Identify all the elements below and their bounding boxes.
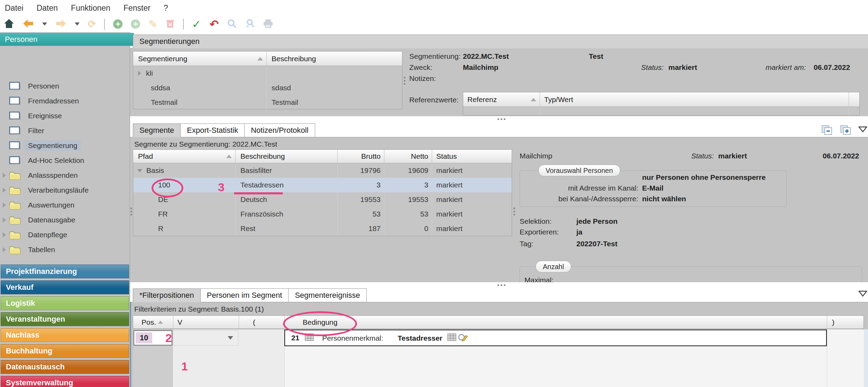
vertical-splitter-handle[interactable] (130, 208, 132, 209)
verknuepfung-combobox[interactable] (173, 330, 238, 345)
horizontal-splitter-handle[interactable] (497, 118, 499, 120)
expand-icon[interactable] (3, 232, 6, 237)
column-header-beschreibung[interactable]: Beschreibung (267, 52, 402, 66)
tab-segmentierungen[interactable]: Segmentierungen (133, 35, 868, 48)
column-header-pos[interactable]: Pos. (133, 316, 173, 329)
menu-funktionen[interactable]: Funktionen (71, 3, 110, 13)
column-header-segmentierung[interactable]: Segmentierung (133, 52, 267, 66)
column-header-pfad[interactable]: Pfad (133, 150, 236, 163)
sidebar-item-anlassspenden[interactable]: Anlassspenden (0, 168, 130, 183)
tab-notizen-protokoll[interactable]: Notizen/Protokoll (244, 123, 315, 137)
module-projektfinanzierung[interactable]: Projektfinanzierung (1, 265, 129, 278)
expand-icon[interactable] (3, 203, 6, 208)
back-icon[interactable] (23, 19, 34, 29)
confirm-icon[interactable]: ✓ (192, 19, 201, 30)
tab-export-statistik[interactable]: Export-Statistik (180, 123, 245, 137)
column-header-beschreibung[interactable]: Beschreibung (236, 150, 338, 163)
tab-personen-im-segment[interactable]: Personen im Segment (200, 288, 289, 302)
pos-value[interactable]: 10 (136, 332, 152, 343)
sidebar-item-verarbeitungslaeufe[interactable]: Verarbeitungsläufe (0, 183, 130, 197)
table-row[interactable]: Testmail Testmail (133, 95, 402, 110)
column-header-status[interactable]: Status (432, 150, 512, 163)
column-header-typ-wert[interactable]: Typ/Wert (540, 92, 849, 107)
sidebar-item-filter[interactable]: Filter (0, 123, 130, 138)
segment-row-de[interactable]: DE Deutsch 19553 19553 markiert (133, 192, 512, 207)
segment-row-r[interactable]: R Rest 187 0 markiert (133, 221, 512, 236)
column-header-referenz[interactable]: Referenz (463, 92, 540, 107)
delete-icon[interactable] (166, 19, 175, 30)
menu-fenster[interactable]: Fenster (124, 3, 150, 13)
column-header-brutto[interactable]: Brutto (338, 150, 384, 163)
scrollbar-track[interactable] (864, 329, 868, 387)
segment-row-fr[interactable]: FR Franszösisch 53 53 markiert (133, 207, 512, 221)
back-dropdown-icon[interactable] (42, 22, 47, 26)
expand-icon[interactable] (138, 71, 141, 76)
vorauswahl-personen-legend[interactable]: Vorauswahl Personen (538, 165, 620, 176)
forward-icon[interactable] (55, 19, 66, 29)
menu-help[interactable]: ? (164, 3, 168, 13)
module-buchhaltung[interactable]: Buchhaltung (1, 344, 129, 358)
bottom-tabrow: *Filterpositionen Personen im Segment Se… (133, 288, 366, 302)
sidebar-item-personen[interactable]: Personen (0, 79, 130, 93)
expand-icon[interactable] (3, 247, 6, 252)
sidebar-item-datenpflege[interactable]: Datenpflege (0, 227, 130, 242)
menu-daten[interactable]: Daten (37, 3, 58, 13)
module-nachlass[interactable]: Nachlass (1, 328, 129, 342)
column-header-netto[interactable]: Netto (384, 150, 432, 163)
sidebar-item-fremdadressen[interactable]: Fremdadressen (0, 93, 130, 108)
column-header-open-paren[interactable]: ( (239, 316, 285, 329)
expand-icon[interactable] (3, 173, 6, 178)
sidebar-item-datenausgabe[interactable]: Datenausgabe (0, 212, 130, 227)
add-icon[interactable]: + (113, 19, 122, 29)
sidebar-item-tabellen[interactable]: Tabellen (0, 242, 130, 257)
forward-dropdown-icon[interactable] (75, 22, 80, 26)
tab-label: Notizen/Protokoll (251, 126, 308, 135)
sidebar-item-adhoc-selektion[interactable]: Ad-Hoc Selektion (0, 153, 130, 168)
column-header-bedingung[interactable]: Bedingung (285, 316, 827, 329)
undo-icon[interactable]: ↶ (209, 19, 219, 30)
panel-menu-icon[interactable] (858, 291, 867, 298)
bedingung-cell[interactable]: 21 Personenmerkmal: Testadresser (284, 330, 827, 346)
column-header-close-paren[interactable]: ) (827, 316, 864, 329)
print-icon[interactable] (263, 19, 273, 30)
expand-panel-icon[interactable] (840, 125, 852, 137)
tab-segmentereignisse[interactable]: Segmentereignisse (288, 288, 366, 302)
module-datenaustausch[interactable]: Datenaustausch (1, 360, 129, 374)
sidebar-header[interactable]: Personen (0, 33, 134, 46)
table-row[interactable]: sddsa sdasd (133, 81, 402, 95)
anzahl-legend[interactable]: Anzahl (536, 261, 571, 273)
horizontal-splitter-handle[interactable] (497, 284, 499, 286)
segment-row-basis[interactable]: Basis Basisfilter 19796 19609 markiert (133, 163, 512, 178)
table-row[interactable]: kli (133, 66, 402, 81)
grid-lookup-icon[interactable] (447, 333, 456, 342)
edit-condition-icon[interactable] (458, 333, 468, 343)
advanced-search-icon[interactable] (245, 19, 255, 30)
refresh-icon[interactable]: ⟳ (88, 19, 96, 29)
module-systemverwaltung[interactable]: Systemverwaltung (1, 376, 129, 387)
grid-lookup-icon[interactable] (305, 333, 314, 342)
module-logistik[interactable]: Logistik (1, 296, 129, 310)
menu-datei[interactable]: Datei (5, 3, 24, 13)
sidebar-item-segmentierung[interactable]: Segmentierung (0, 138, 130, 153)
expand-icon[interactable] (3, 188, 6, 193)
collapse-panel-icon[interactable] (821, 125, 833, 137)
vertical-splitter-handle[interactable] (404, 77, 405, 79)
vertical-splitter-handle[interactable] (513, 208, 515, 209)
edit-icon[interactable]: ✎ (148, 19, 157, 29)
panel-menu-icon[interactable] (858, 126, 867, 134)
module-label: Buchhaltung (6, 347, 52, 356)
collapse-icon[interactable] (137, 169, 142, 172)
module-veranstaltungen[interactable]: Veranstaltungen (1, 312, 129, 326)
sidebar-item-auswertungen[interactable]: Auswertungen (0, 197, 130, 212)
add-copy-icon[interactable]: + (131, 19, 140, 29)
column-header-v[interactable]: V (173, 316, 239, 329)
pos-cell[interactable]: 10 (134, 330, 172, 345)
tab-filterpositionen[interactable]: *Filterpositionen (133, 288, 201, 302)
home-icon[interactable] (3, 18, 15, 30)
module-verkauf[interactable]: Verkauf (1, 280, 129, 294)
search-icon[interactable] (227, 19, 237, 30)
sidebar-item-ereignisse[interactable]: Ereignisse (0, 108, 130, 123)
segment-row-100-selected[interactable]: 100 Testadressen 3 3 markiert (133, 178, 512, 192)
expand-icon[interactable] (3, 218, 6, 222)
tab-segmente[interactable]: Segmente (133, 123, 181, 137)
